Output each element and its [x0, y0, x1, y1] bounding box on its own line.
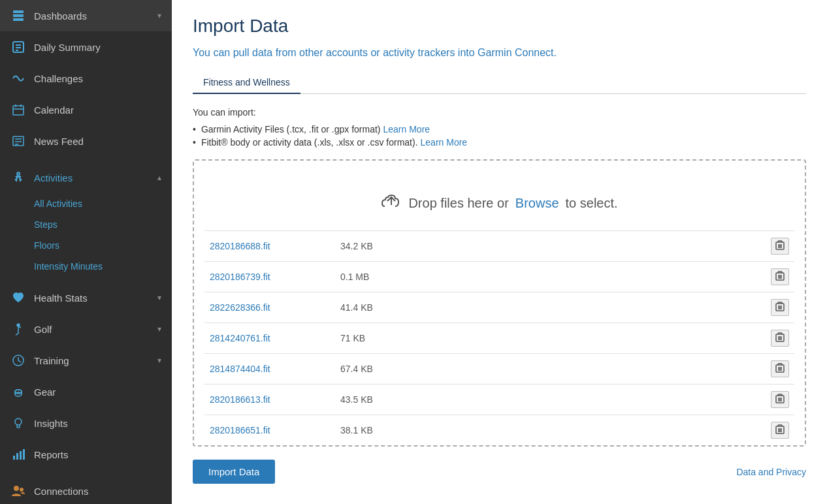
golf-icon	[10, 321, 26, 337]
file-row: 2814874404.fit 67.4 KB	[204, 353, 794, 384]
svg-point-26	[14, 486, 19, 491]
footer-bar: Import Data Data and Privacy	[193, 460, 806, 484]
file-delete-button-2[interactable]	[771, 299, 789, 316]
file-delete-button-1[interactable]	[771, 268, 789, 285]
sidebar-item-insights-label: Insights	[34, 418, 68, 429]
file-row: 2820186688.fit 34.2 KB	[204, 230, 794, 261]
sidebar-item-reports[interactable]: Reports	[0, 439, 172, 470]
sidebar-item-connections-label: Connections	[34, 486, 88, 497]
sidebar-sub-item-intensity-minutes-label: Intensity Minutes	[34, 261, 103, 272]
sidebar-item-insights[interactable]: Insights	[0, 407, 172, 439]
sidebar-item-challenges[interactable]: Challenges	[0, 63, 172, 94]
import-item-0-text: Garmin Activity Files (.tcx, .fit or .gp…	[201, 124, 381, 134]
sidebar-sub-item-all-activities-label: All Activities	[34, 198, 82, 209]
sidebar-sub-item-all-activities[interactable]: All Activities	[0, 193, 172, 214]
sidebar-item-news-feed-label: News Feed	[34, 136, 84, 147]
tab-fitness-wellness[interactable]: Fitness and Wellness	[193, 72, 300, 94]
training-icon	[10, 353, 26, 368]
sidebar: Dashboards ▾ Daily Summary Challenges Ca…	[0, 0, 172, 504]
import-item-1-text: Fitbit® body or activity data (.xls, .xl…	[201, 137, 418, 148]
import-list-item-0: Garmin Activity Files (.tcx, .fit or .gp…	[193, 123, 806, 136]
data-privacy-link[interactable]: Data and Privacy	[736, 467, 806, 477]
file-name-3: 2814240761.fit	[210, 333, 340, 343]
file-name-6: 2820186651.fit	[210, 425, 340, 435]
sidebar-sub-item-intensity-minutes[interactable]: Intensity Minutes	[0, 256, 172, 277]
svg-point-16	[17, 324, 20, 326]
svg-rect-22	[13, 456, 15, 460]
file-delete-button-6[interactable]	[771, 422, 789, 439]
file-delete-button-0[interactable]	[771, 238, 789, 255]
subtitle: You can pull data from other accounts or…	[193, 47, 806, 59]
file-name-5: 2820186613.fit	[210, 394, 340, 405]
file-size-0: 34.2 KB	[340, 241, 771, 251]
sidebar-item-daily-summary[interactable]: Daily Summary	[0, 31, 172, 63]
sidebar-item-news-feed[interactable]: News Feed	[0, 125, 172, 157]
drop-text-before: Drop files here or	[408, 196, 508, 211]
sidebar-item-gear-label: Gear	[34, 386, 56, 398]
sidebar-item-golf[interactable]: Golf ▾	[0, 313, 172, 345]
calendar-icon	[10, 102, 26, 118]
news-feed-icon	[10, 133, 26, 149]
sidebar-item-activities[interactable]: Activities ▴	[0, 162, 172, 193]
layers-icon	[10, 8, 26, 24]
file-name-4: 2814874404.fit	[210, 364, 340, 374]
sidebar-sub-item-floors-label: Floors	[34, 240, 59, 251]
sidebar-item-gear[interactable]: Gear	[0, 376, 172, 407]
file-size-1: 0.1 MB	[340, 272, 771, 282]
chevron-down-icon: ▾	[157, 11, 161, 20]
file-row: 2820186613.fit 43.5 KB	[204, 384, 794, 415]
sidebar-item-dashboards[interactable]: Dashboards ▾	[0, 0, 172, 31]
import-list-item-1: Fitbit® body or activity data (.xls, .xl…	[193, 136, 806, 149]
file-size-2: 41.4 KB	[340, 302, 771, 313]
file-delete-button-4[interactable]	[771, 360, 789, 377]
sidebar-item-reports-label: Reports	[34, 449, 69, 460]
sidebar-sub-item-floors[interactable]: Floors	[0, 235, 172, 256]
file-delete-button-5[interactable]	[771, 391, 789, 408]
sidebar-item-activities-label: Activities	[34, 172, 73, 183]
page-title: Import Data	[193, 16, 806, 37]
drop-area: Drop files here or Browse to select.	[204, 176, 794, 230]
tab-bar: Fitness and Wellness	[193, 72, 806, 94]
browse-link[interactable]: Browse	[515, 196, 559, 211]
file-name-0: 2820186688.fit	[210, 241, 340, 251]
file-name-1: 2820186739.fit	[210, 272, 340, 282]
file-row: 2820186651.fit 38.1 KB	[204, 415, 794, 445]
sidebar-item-daily-summary-label: Daily Summary	[34, 42, 101, 53]
sidebar-item-training[interactable]: Training ▾	[0, 345, 172, 376]
sidebar-item-health-stats-label: Health Stats	[34, 292, 88, 304]
file-row: 2814240761.fit 71 KB	[204, 323, 794, 353]
insights-icon	[10, 415, 26, 431]
file-delete-button-3[interactable]	[771, 330, 789, 347]
sidebar-item-dashboards-label: Dashboards	[34, 10, 87, 22]
svg-rect-23	[16, 453, 18, 460]
sidebar-item-calendar-label: Calendar	[34, 104, 74, 116]
learn-more-garmin-link[interactable]: Learn More	[383, 124, 430, 134]
svg-rect-24	[20, 451, 22, 460]
daily-summary-icon	[10, 39, 26, 55]
learn-more-fitbit-link[interactable]: Learn More	[421, 137, 468, 148]
file-row: 2820186739.fit 0.1 MB	[204, 261, 794, 292]
svg-rect-1	[13, 14, 24, 17]
svg-rect-2	[13, 18, 24, 21]
file-table: 2820186688.fit 34.2 KB 2820186739.fit 0.…	[204, 230, 794, 445]
chevron-down-icon-health: ▾	[157, 293, 161, 302]
svg-point-15	[17, 172, 20, 175]
gear-icon	[10, 384, 26, 400]
reports-icon	[10, 447, 26, 462]
sidebar-sub-item-steps[interactable]: Steps	[0, 214, 172, 235]
sidebar-item-calendar[interactable]: Calendar	[0, 94, 172, 125]
file-row: 2822628366.fit 41.4 KB	[204, 292, 794, 323]
drop-zone[interactable]: Drop files here or Browse to select. 282…	[193, 159, 806, 447]
sidebar-item-golf-label: Golf	[34, 324, 52, 335]
svg-rect-25	[23, 449, 25, 460]
import-info-label: You can import:	[193, 107, 806, 118]
activities-icon	[10, 170, 26, 185]
sidebar-item-health-stats[interactable]: Health Stats ▾	[0, 282, 172, 313]
sidebar-item-training-label: Training	[34, 355, 69, 366]
challenges-icon	[10, 71, 26, 86]
import-list: Garmin Activity Files (.tcx, .fit or .gp…	[193, 123, 806, 149]
svg-point-27	[20, 488, 24, 492]
import-data-button[interactable]: Import Data	[193, 460, 275, 484]
sidebar-item-connections[interactable]: Connections	[0, 475, 172, 504]
sidebar-sub-item-steps-label: Steps	[34, 219, 57, 230]
